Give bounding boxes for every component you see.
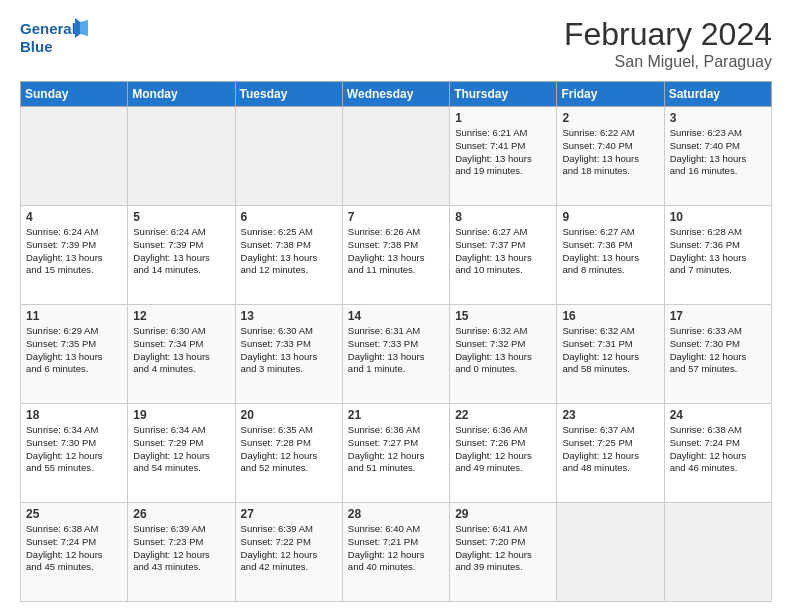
day-cell: 13Sunrise: 6:30 AM Sunset: 7:33 PM Dayli… — [235, 305, 342, 404]
day-info: Sunrise: 6:39 AM Sunset: 7:22 PM Dayligh… — [241, 523, 337, 574]
day-info: Sunrise: 6:30 AM Sunset: 7:33 PM Dayligh… — [241, 325, 337, 376]
day-info: Sunrise: 6:35 AM Sunset: 7:28 PM Dayligh… — [241, 424, 337, 475]
week-row-2: 11Sunrise: 6:29 AM Sunset: 7:35 PM Dayli… — [21, 305, 772, 404]
day-cell: 26Sunrise: 6:39 AM Sunset: 7:23 PM Dayli… — [128, 503, 235, 602]
day-info: Sunrise: 6:40 AM Sunset: 7:21 PM Dayligh… — [348, 523, 444, 574]
day-cell: 19Sunrise: 6:34 AM Sunset: 7:29 PM Dayli… — [128, 404, 235, 503]
day-info: Sunrise: 6:41 AM Sunset: 7:20 PM Dayligh… — [455, 523, 551, 574]
day-number: 9 — [562, 210, 658, 224]
day-cell: 16Sunrise: 6:32 AM Sunset: 7:31 PM Dayli… — [557, 305, 664, 404]
day-cell: 11Sunrise: 6:29 AM Sunset: 7:35 PM Dayli… — [21, 305, 128, 404]
day-cell — [342, 107, 449, 206]
col-saturday: Saturday — [664, 82, 771, 107]
week-row-3: 18Sunrise: 6:34 AM Sunset: 7:30 PM Dayli… — [21, 404, 772, 503]
day-cell: 8Sunrise: 6:27 AM Sunset: 7:37 PM Daylig… — [450, 206, 557, 305]
day-info: Sunrise: 6:32 AM Sunset: 7:32 PM Dayligh… — [455, 325, 551, 376]
day-cell: 20Sunrise: 6:35 AM Sunset: 7:28 PM Dayli… — [235, 404, 342, 503]
day-info: Sunrise: 6:33 AM Sunset: 7:30 PM Dayligh… — [670, 325, 766, 376]
week-row-1: 4Sunrise: 6:24 AM Sunset: 7:39 PM Daylig… — [21, 206, 772, 305]
day-number: 16 — [562, 309, 658, 323]
day-cell — [128, 107, 235, 206]
svg-text:Blue: Blue — [20, 38, 53, 55]
day-cell: 6Sunrise: 6:25 AM Sunset: 7:38 PM Daylig… — [235, 206, 342, 305]
day-cell: 28Sunrise: 6:40 AM Sunset: 7:21 PM Dayli… — [342, 503, 449, 602]
day-info: Sunrise: 6:39 AM Sunset: 7:23 PM Dayligh… — [133, 523, 229, 574]
day-number: 18 — [26, 408, 122, 422]
day-cell: 22Sunrise: 6:36 AM Sunset: 7:26 PM Dayli… — [450, 404, 557, 503]
day-number: 23 — [562, 408, 658, 422]
day-number: 29 — [455, 507, 551, 521]
day-cell — [664, 503, 771, 602]
day-cell: 24Sunrise: 6:38 AM Sunset: 7:24 PM Dayli… — [664, 404, 771, 503]
day-info: Sunrise: 6:32 AM Sunset: 7:31 PM Dayligh… — [562, 325, 658, 376]
day-number: 2 — [562, 111, 658, 125]
day-info: Sunrise: 6:36 AM Sunset: 7:27 PM Dayligh… — [348, 424, 444, 475]
day-info: Sunrise: 6:24 AM Sunset: 7:39 PM Dayligh… — [133, 226, 229, 277]
day-cell: 7Sunrise: 6:26 AM Sunset: 7:38 PM Daylig… — [342, 206, 449, 305]
day-info: Sunrise: 6:23 AM Sunset: 7:40 PM Dayligh… — [670, 127, 766, 178]
day-info: Sunrise: 6:21 AM Sunset: 7:41 PM Dayligh… — [455, 127, 551, 178]
day-info: Sunrise: 6:25 AM Sunset: 7:38 PM Dayligh… — [241, 226, 337, 277]
day-cell: 27Sunrise: 6:39 AM Sunset: 7:22 PM Dayli… — [235, 503, 342, 602]
day-cell — [235, 107, 342, 206]
day-number: 14 — [348, 309, 444, 323]
day-number: 8 — [455, 210, 551, 224]
day-number: 26 — [133, 507, 229, 521]
svg-marker-3 — [80, 20, 88, 36]
day-number: 1 — [455, 111, 551, 125]
day-info: Sunrise: 6:30 AM Sunset: 7:34 PM Dayligh… — [133, 325, 229, 376]
day-cell: 10Sunrise: 6:28 AM Sunset: 7:36 PM Dayli… — [664, 206, 771, 305]
day-cell: 17Sunrise: 6:33 AM Sunset: 7:30 PM Dayli… — [664, 305, 771, 404]
day-number: 5 — [133, 210, 229, 224]
page: General Blue February 2024 San Miguel, P… — [0, 0, 792, 612]
day-info: Sunrise: 6:22 AM Sunset: 7:40 PM Dayligh… — [562, 127, 658, 178]
day-cell: 3Sunrise: 6:23 AM Sunset: 7:40 PM Daylig… — [664, 107, 771, 206]
col-friday: Friday — [557, 82, 664, 107]
logo-svg: General Blue — [20, 16, 90, 60]
col-wednesday: Wednesday — [342, 82, 449, 107]
day-number: 17 — [670, 309, 766, 323]
day-info: Sunrise: 6:36 AM Sunset: 7:26 PM Dayligh… — [455, 424, 551, 475]
day-number: 11 — [26, 309, 122, 323]
day-cell: 2Sunrise: 6:22 AM Sunset: 7:40 PM Daylig… — [557, 107, 664, 206]
day-cell: 25Sunrise: 6:38 AM Sunset: 7:24 PM Dayli… — [21, 503, 128, 602]
day-cell: 14Sunrise: 6:31 AM Sunset: 7:33 PM Dayli… — [342, 305, 449, 404]
day-number: 13 — [241, 309, 337, 323]
day-cell: 29Sunrise: 6:41 AM Sunset: 7:20 PM Dayli… — [450, 503, 557, 602]
day-cell: 5Sunrise: 6:24 AM Sunset: 7:39 PM Daylig… — [128, 206, 235, 305]
day-info: Sunrise: 6:31 AM Sunset: 7:33 PM Dayligh… — [348, 325, 444, 376]
col-monday: Monday — [128, 82, 235, 107]
day-cell — [21, 107, 128, 206]
day-number: 6 — [241, 210, 337, 224]
day-number: 15 — [455, 309, 551, 323]
header-row: SundayMondayTuesdayWednesdayThursdayFrid… — [21, 82, 772, 107]
day-cell: 21Sunrise: 6:36 AM Sunset: 7:27 PM Dayli… — [342, 404, 449, 503]
day-info: Sunrise: 6:26 AM Sunset: 7:38 PM Dayligh… — [348, 226, 444, 277]
day-number: 3 — [670, 111, 766, 125]
logo: General Blue — [20, 16, 90, 60]
day-cell: 23Sunrise: 6:37 AM Sunset: 7:25 PM Dayli… — [557, 404, 664, 503]
day-info: Sunrise: 6:34 AM Sunset: 7:29 PM Dayligh… — [133, 424, 229, 475]
svg-text:General: General — [20, 20, 76, 37]
day-cell: 4Sunrise: 6:24 AM Sunset: 7:39 PM Daylig… — [21, 206, 128, 305]
day-number: 10 — [670, 210, 766, 224]
location: San Miguel, Paraguay — [564, 53, 772, 71]
day-info: Sunrise: 6:27 AM Sunset: 7:36 PM Dayligh… — [562, 226, 658, 277]
col-tuesday: Tuesday — [235, 82, 342, 107]
day-info: Sunrise: 6:29 AM Sunset: 7:35 PM Dayligh… — [26, 325, 122, 376]
day-cell: 18Sunrise: 6:34 AM Sunset: 7:30 PM Dayli… — [21, 404, 128, 503]
day-number: 4 — [26, 210, 122, 224]
day-number: 21 — [348, 408, 444, 422]
day-cell: 9Sunrise: 6:27 AM Sunset: 7:36 PM Daylig… — [557, 206, 664, 305]
day-number: 19 — [133, 408, 229, 422]
day-cell: 12Sunrise: 6:30 AM Sunset: 7:34 PM Dayli… — [128, 305, 235, 404]
month-year: February 2024 — [564, 16, 772, 53]
day-number: 20 — [241, 408, 337, 422]
day-number: 24 — [670, 408, 766, 422]
day-number: 12 — [133, 309, 229, 323]
day-number: 27 — [241, 507, 337, 521]
day-info: Sunrise: 6:38 AM Sunset: 7:24 PM Dayligh… — [670, 424, 766, 475]
title-block: February 2024 San Miguel, Paraguay — [564, 16, 772, 71]
day-info: Sunrise: 6:37 AM Sunset: 7:25 PM Dayligh… — [562, 424, 658, 475]
day-info: Sunrise: 6:38 AM Sunset: 7:24 PM Dayligh… — [26, 523, 122, 574]
